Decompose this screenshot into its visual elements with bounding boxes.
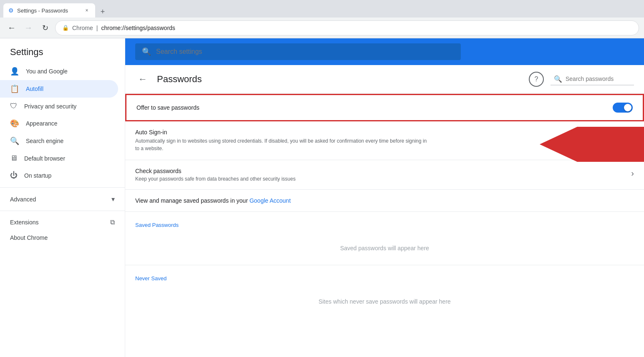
red-arrow-annotation [540,127,644,162]
saved-passwords-empty-state: Saved passwords will appear here [125,231,644,265]
passwords-panel: ← Passwords ? 🔍 Offer to save passwords [125,65,644,357]
sidebar-item-on-startup[interactable]: ⏻ On startup [0,167,118,184]
you-and-google-icon: 👤 [10,67,19,76]
never-saved-section-header: Never Saved [125,265,644,285]
sidebar-item-label: Search engine [26,138,63,144]
autofill-icon: 📋 [10,84,19,93]
separator: | [96,25,98,31]
sidebar-item-label: Appearance [26,120,58,127]
advanced-label: Advanced [10,196,111,203]
passwords-search-input[interactable] [566,75,628,82]
tab-favicon: ⚙ [8,7,14,14]
nav-bar: ← → ↻ 🔒 Chrome | chrome://settings/passw… [0,18,644,38]
sidebar-item-default-browser[interactable]: 🖥 Default browser [0,150,118,167]
never-saved-empty-state: Sites which never save passwords will ap… [125,285,644,318]
search-engine-icon: 🔍 [10,136,19,146]
default-browser-icon: 🖥 [10,154,18,163]
sidebar-item-label: You and Google [26,68,68,75]
lock-icon: 🔒 [62,25,69,31]
passwords-help-button[interactable]: ? [529,72,544,87]
appearance-icon: 🎨 [10,119,19,128]
tab-title: Settings - Passwords [17,8,80,14]
check-passwords-row[interactable]: Check passwords Keep your passwords safe… [125,160,644,190]
sidebar-item-label: Autofill [26,85,43,92]
nav-divider-2 [0,211,125,211]
google-account-prefix: View and manage saved passwords in your [135,197,250,204]
settings-blue-header: 🔍 [125,38,644,65]
passwords-search-icon: 🔍 [554,75,562,83]
offer-save-passwords-toggle[interactable] [613,103,633,113]
passwords-page-title: Passwords [157,74,522,85]
new-tab-button[interactable]: + [97,6,109,18]
auto-signin-description: Automatically sign in to websites using … [135,137,427,152]
back-nav-button[interactable]: ← [5,21,18,35]
passwords-search-field[interactable]: 🔍 [551,73,634,85]
sidebar-item-you-and-google[interactable]: 👤 You and Google [0,63,118,80]
saved-passwords-section-header: Saved Passwords [125,212,644,231]
privacy-security-icon: 🛡 [10,102,18,111]
sidebar-item-about-chrome[interactable]: About Chrome [0,230,125,245]
nav-divider [0,187,125,188]
sidebar: Settings 👤 You and Google 📋 Autofill 🛡 P… [0,38,125,357]
sidebar-item-privacy-security[interactable]: 🛡 Privacy and security [0,98,118,115]
sidebar-item-label: Default browser [24,155,65,162]
passwords-back-button[interactable]: ← [135,72,150,87]
check-passwords-info: Check passwords Keep your passwords safe… [135,168,631,182]
brand-text: Chrome [72,25,93,31]
sidebar-item-autofill[interactable]: 📋 Autofill [0,80,118,98]
offer-save-passwords-row: Offer to save passwords [125,94,644,121]
sidebar-item-label: Privacy and security [24,103,76,110]
passwords-header: ← Passwords ? 🔍 [125,65,644,94]
offer-save-passwords-label: Offer to save passwords [136,104,613,111]
advanced-chevron-icon: ▾ [111,195,115,203]
settings-search-box[interactable]: 🔍 [135,43,461,60]
tab-close-icon[interactable]: × [83,7,90,14]
settings-sidebar-title-area: Settings [0,38,125,63]
forward-nav-button[interactable]: → [22,21,35,35]
sidebar-item-search-engine[interactable]: 🔍 Search engine [0,132,118,150]
sidebar-item-extensions[interactable]: Extensions ⧉ [0,214,125,230]
active-tab[interactable]: ⚙ Settings - Passwords × [3,3,95,18]
refresh-nav-button[interactable]: ↻ [38,21,52,35]
tab-bar: ⚙ Settings - Passwords × + [0,0,644,18]
about-chrome-label: About Chrome [10,234,48,241]
google-account-link[interactable]: Google Account [250,197,291,204]
browser-window: ⚙ Settings - Passwords × + ← → ↻ 🔒 Chrom… [0,0,644,357]
sidebar-item-advanced[interactable]: Advanced ▾ [0,191,125,207]
content-area: 🔍 ← Passwords ? 🔍 Offe [125,38,644,357]
sidebar-item-appearance[interactable]: 🎨 Appearance [0,115,118,132]
settings-app-title: Settings [10,47,43,57]
check-passwords-chevron-icon: › [631,168,634,178]
extensions-label: Extensions [10,219,104,226]
on-startup-icon: ⏻ [10,171,18,180]
check-passwords-title: Check passwords [135,168,631,174]
check-passwords-description: Keep your passwords safe from data breac… [135,176,631,182]
google-account-link-row: View and manage saved passwords in your … [125,190,644,212]
url-text: chrome://settings/passwords [101,25,175,31]
external-link-icon: ⧉ [110,219,115,226]
sidebar-item-label: On startup [24,172,51,179]
settings-search-input[interactable] [156,48,454,55]
layout-wrapper: Settings 👤 You and Google 📋 Autofill 🛡 P… [0,38,644,357]
search-icon: 🔍 [142,47,151,56]
address-bar[interactable]: 🔒 Chrome | chrome://settings/passwords [55,20,639,35]
